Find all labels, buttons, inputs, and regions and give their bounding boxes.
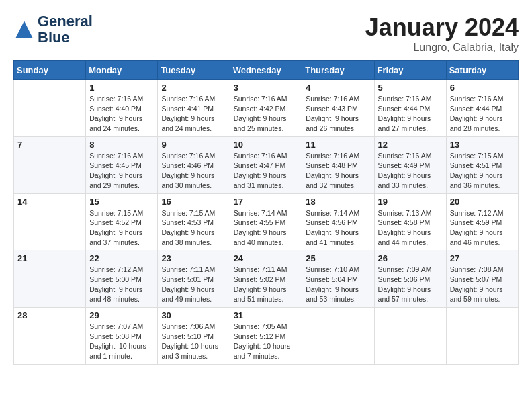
day-number: 27 xyxy=(450,253,515,263)
day-info: Sunrise: 7:05 AM Sunset: 5:12 PM Dayligh… xyxy=(234,322,299,361)
calendar-cell: 2Sunrise: 7:16 AM Sunset: 4:41 PM Daylig… xyxy=(158,80,230,137)
day-info: Sunrise: 7:16 AM Sunset: 4:43 PM Dayligh… xyxy=(306,94,370,134)
day-number: 5 xyxy=(378,83,443,93)
day-number: 16 xyxy=(161,197,226,207)
calendar-cell xyxy=(374,308,446,365)
day-number: 11 xyxy=(306,140,370,150)
day-info: Sunrise: 7:16 AM Sunset: 4:40 PM Dayligh… xyxy=(89,94,154,134)
day-info: Sunrise: 7:15 AM Sunset: 4:52 PM Dayligh… xyxy=(89,208,154,248)
day-number: 3 xyxy=(234,83,299,93)
day-info: Sunrise: 7:12 AM Sunset: 4:59 PM Dayligh… xyxy=(450,208,515,248)
day-number: 4 xyxy=(306,83,370,93)
calendar-cell: 12Sunrise: 7:16 AM Sunset: 4:49 PM Dayli… xyxy=(374,136,446,193)
day-number: 15 xyxy=(89,197,154,207)
day-number: 13 xyxy=(450,140,515,150)
day-number: 7 xyxy=(17,140,82,150)
day-number: 21 xyxy=(17,253,82,263)
calendar-cell: 8Sunrise: 7:16 AM Sunset: 4:45 PM Daylig… xyxy=(86,136,158,193)
calendar-cell: 9Sunrise: 7:16 AM Sunset: 4:46 PM Daylig… xyxy=(158,136,230,193)
calendar-cell: 10Sunrise: 7:16 AM Sunset: 4:47 PM Dayli… xyxy=(230,136,302,193)
weekday-header-monday: Monday xyxy=(86,61,158,80)
calendar-cell: 15Sunrise: 7:15 AM Sunset: 4:52 PM Dayli… xyxy=(86,193,158,250)
calendar-cell: 23Sunrise: 7:11 AM Sunset: 5:01 PM Dayli… xyxy=(158,250,230,308)
calendar-cell: 25Sunrise: 7:10 AM Sunset: 5:04 PM Dayli… xyxy=(302,250,374,308)
month-title: January 2024 xyxy=(365,13,519,42)
day-number: 12 xyxy=(378,140,443,150)
calendar-cell: 7 xyxy=(14,136,86,193)
weekday-header-saturday: Saturday xyxy=(446,61,518,80)
day-info: Sunrise: 7:14 AM Sunset: 4:55 PM Dayligh… xyxy=(234,208,299,248)
day-info: Sunrise: 7:09 AM Sunset: 5:06 PM Dayligh… xyxy=(378,265,443,304)
day-info: Sunrise: 7:06 AM Sunset: 5:10 PM Dayligh… xyxy=(161,322,226,361)
day-number: 25 xyxy=(306,253,370,263)
day-number: 17 xyxy=(234,197,299,207)
logo-icon xyxy=(13,19,35,40)
day-number: 6 xyxy=(450,83,515,93)
calendar-cell: 6Sunrise: 7:16 AM Sunset: 4:44 PM Daylig… xyxy=(446,80,518,137)
day-number: 2 xyxy=(161,83,226,93)
calendar-cell xyxy=(446,308,518,365)
day-number: 31 xyxy=(234,310,299,320)
day-number: 20 xyxy=(450,197,515,207)
svg-marker-0 xyxy=(15,21,33,38)
calendar-table: SundayMondayTuesdayWednesdayThursdayFrid… xyxy=(13,60,519,365)
day-info: Sunrise: 7:16 AM Sunset: 4:41 PM Dayligh… xyxy=(161,94,226,134)
day-number: 24 xyxy=(234,253,299,263)
day-info: Sunrise: 7:16 AM Sunset: 4:46 PM Dayligh… xyxy=(161,151,226,191)
calendar-cell: 20Sunrise: 7:12 AM Sunset: 4:59 PM Dayli… xyxy=(446,193,518,250)
day-number: 9 xyxy=(161,140,226,150)
day-info: Sunrise: 7:07 AM Sunset: 5:08 PM Dayligh… xyxy=(89,322,154,361)
day-info: Sunrise: 7:16 AM Sunset: 4:45 PM Dayligh… xyxy=(89,151,154,191)
weekday-header-row: SundayMondayTuesdayWednesdayThursdayFrid… xyxy=(14,61,519,80)
day-number: 30 xyxy=(161,310,226,320)
calendar-cell: 27Sunrise: 7:08 AM Sunset: 5:07 PM Dayli… xyxy=(446,250,518,308)
day-number: 23 xyxy=(161,253,226,263)
day-info: Sunrise: 7:16 AM Sunset: 4:44 PM Dayligh… xyxy=(450,94,515,134)
calendar-cell: 18Sunrise: 7:14 AM Sunset: 4:56 PM Dayli… xyxy=(302,193,374,250)
calendar-cell: 16Sunrise: 7:15 AM Sunset: 4:53 PM Dayli… xyxy=(158,193,230,250)
location: Lungro, Calabria, Italy xyxy=(365,42,519,54)
day-info: Sunrise: 7:12 AM Sunset: 5:00 PM Dayligh… xyxy=(89,265,154,304)
calendar-week-1: 1Sunrise: 7:16 AM Sunset: 4:40 PM Daylig… xyxy=(14,80,519,137)
calendar-cell: 13Sunrise: 7:15 AM Sunset: 4:51 PM Dayli… xyxy=(446,136,518,193)
calendar-week-2: 78Sunrise: 7:16 AM Sunset: 4:45 PM Dayli… xyxy=(14,136,519,193)
calendar-cell xyxy=(302,308,374,365)
calendar-cell: 21 xyxy=(14,250,86,308)
calendar-cell: 4Sunrise: 7:16 AM Sunset: 4:43 PM Daylig… xyxy=(302,80,374,137)
calendar-cell: 22Sunrise: 7:12 AM Sunset: 5:00 PM Dayli… xyxy=(86,250,158,308)
day-info: Sunrise: 7:16 AM Sunset: 4:44 PM Dayligh… xyxy=(378,94,443,134)
calendar-cell: 24Sunrise: 7:11 AM Sunset: 5:02 PM Dayli… xyxy=(230,250,302,308)
weekday-header-thursday: Thursday xyxy=(302,61,374,80)
day-number: 1 xyxy=(89,83,154,93)
day-info: Sunrise: 7:16 AM Sunset: 4:48 PM Dayligh… xyxy=(306,151,370,191)
day-number: 19 xyxy=(378,197,443,207)
day-number: 22 xyxy=(89,253,154,263)
calendar-week-4: 2122Sunrise: 7:12 AM Sunset: 5:00 PM Day… xyxy=(14,250,519,308)
calendar-cell: 26Sunrise: 7:09 AM Sunset: 5:06 PM Dayli… xyxy=(374,250,446,308)
day-info: Sunrise: 7:08 AM Sunset: 5:07 PM Dayligh… xyxy=(450,265,515,304)
logo-text: General Blue xyxy=(38,13,93,46)
calendar-week-5: 2829Sunrise: 7:07 AM Sunset: 5:08 PM Day… xyxy=(14,308,519,365)
day-info: Sunrise: 7:11 AM Sunset: 5:02 PM Dayligh… xyxy=(234,265,299,304)
day-info: Sunrise: 7:10 AM Sunset: 5:04 PM Dayligh… xyxy=(306,265,370,304)
day-number: 18 xyxy=(306,197,370,207)
day-info: Sunrise: 7:11 AM Sunset: 5:01 PM Dayligh… xyxy=(161,265,226,304)
calendar-cell: 11Sunrise: 7:16 AM Sunset: 4:48 PM Dayli… xyxy=(302,136,374,193)
day-info: Sunrise: 7:14 AM Sunset: 4:56 PM Dayligh… xyxy=(306,208,370,248)
day-info: Sunrise: 7:16 AM Sunset: 4:49 PM Dayligh… xyxy=(378,151,443,191)
calendar-week-3: 1415Sunrise: 7:15 AM Sunset: 4:52 PM Day… xyxy=(14,193,519,250)
title-block: January 2024 Lungro, Calabria, Italy xyxy=(365,13,519,54)
day-number: 28 xyxy=(17,310,82,320)
day-number: 14 xyxy=(17,197,82,207)
calendar-cell: 30Sunrise: 7:06 AM Sunset: 5:10 PM Dayli… xyxy=(158,308,230,365)
calendar-cell: 1Sunrise: 7:16 AM Sunset: 4:40 PM Daylig… xyxy=(86,80,158,137)
logo: General Blue xyxy=(13,13,93,46)
calendar-cell: 28 xyxy=(14,308,86,365)
weekday-header-friday: Friday xyxy=(374,61,446,80)
calendar-cell: 17Sunrise: 7:14 AM Sunset: 4:55 PM Dayli… xyxy=(230,193,302,250)
day-info: Sunrise: 7:15 AM Sunset: 4:53 PM Dayligh… xyxy=(161,208,226,248)
calendar-cell: 19Sunrise: 7:13 AM Sunset: 4:58 PM Dayli… xyxy=(374,193,446,250)
calendar-cell: 3Sunrise: 7:16 AM Sunset: 4:42 PM Daylig… xyxy=(230,80,302,137)
page-header: General Blue January 2024 Lungro, Calabr… xyxy=(13,13,519,54)
day-info: Sunrise: 7:13 AM Sunset: 4:58 PM Dayligh… xyxy=(378,208,443,248)
